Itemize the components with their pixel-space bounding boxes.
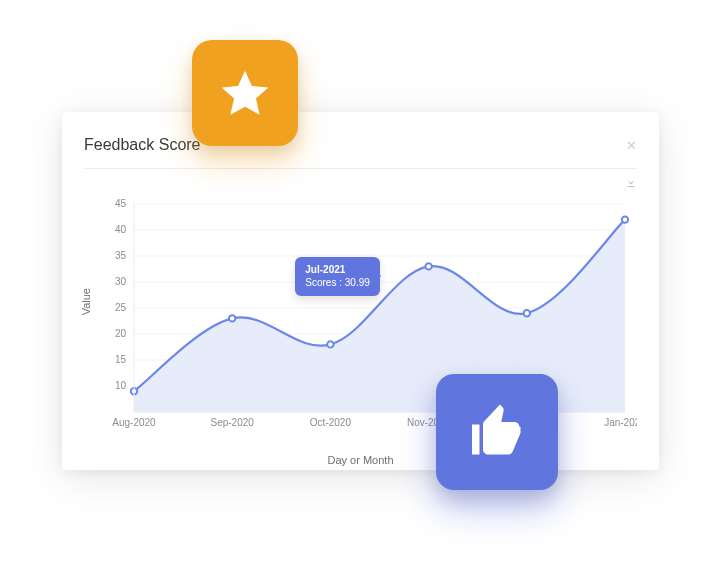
- svg-text:20: 20: [115, 328, 127, 339]
- star-badge: [192, 40, 298, 146]
- svg-text:Oct-2020: Oct-2020: [310, 417, 352, 428]
- page-container: Feedback Score ✕ Value Day or Month 1015…: [0, 0, 720, 568]
- star-icon: [217, 65, 273, 121]
- card-title: Feedback Score: [84, 136, 201, 154]
- svg-text:40: 40: [115, 224, 127, 235]
- download-icon[interactable]: [625, 177, 637, 192]
- tooltip-title: Jul-2021: [305, 263, 369, 277]
- card-header: Feedback Score ✕: [84, 136, 637, 169]
- svg-text:Jan-2021: Jan-2021: [604, 417, 637, 428]
- svg-text:Sep-2020: Sep-2020: [211, 417, 255, 428]
- svg-text:45: 45: [115, 198, 127, 209]
- svg-text:35: 35: [115, 250, 127, 261]
- svg-text:30: 30: [115, 276, 127, 287]
- svg-text:15: 15: [115, 354, 127, 365]
- tooltip-value: Scores : 30.99: [305, 276, 369, 290]
- chart-tooltip: Jul-2021 Scores : 30.99: [295, 257, 379, 296]
- svg-point-21: [622, 216, 628, 222]
- y-axis-label: Value: [80, 288, 92, 315]
- svg-point-20: [524, 310, 530, 316]
- close-icon[interactable]: ✕: [626, 138, 637, 153]
- x-axis-label: Day or Month: [327, 454, 393, 466]
- toolbar-row: [84, 169, 637, 192]
- thumb-badge: [436, 374, 558, 490]
- thumbs-up-icon: [467, 402, 527, 462]
- svg-text:25: 25: [115, 302, 127, 313]
- svg-point-17: [229, 315, 235, 321]
- svg-point-18: [327, 341, 333, 347]
- svg-text:10: 10: [115, 380, 127, 391]
- feedback-card: Feedback Score ✕ Value Day or Month 1015…: [62, 112, 659, 470]
- svg-text:Aug-2020: Aug-2020: [112, 417, 156, 428]
- svg-point-19: [425, 263, 431, 269]
